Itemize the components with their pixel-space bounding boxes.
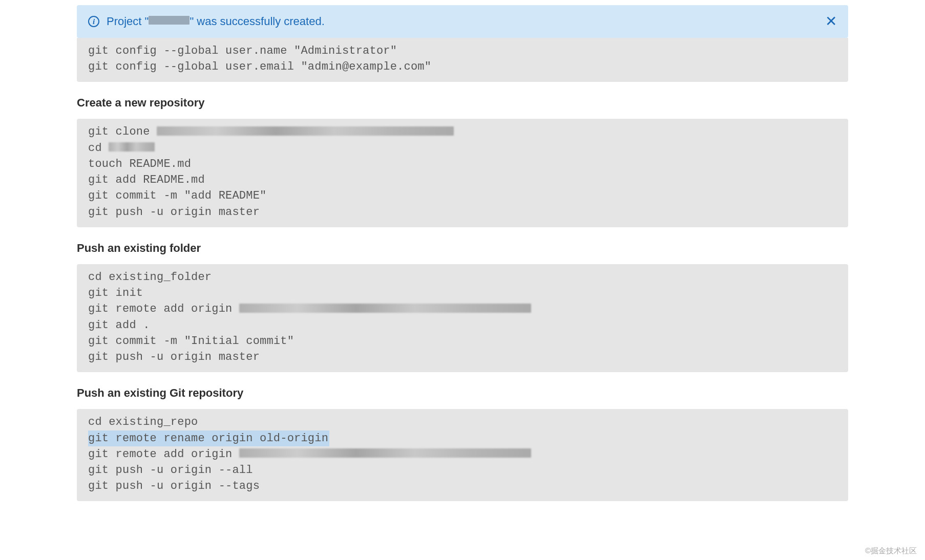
code-line-highlighted: git remote rename origin old-origin (88, 430, 329, 446)
redacted-clone-url (157, 126, 454, 136)
redacted-remote-url (239, 448, 531, 458)
code-line: cd (88, 140, 837, 156)
success-alert: i Project " " was successfully created. … (77, 5, 848, 38)
push-folder-code: cd existing_folder git init git remote a… (77, 264, 848, 372)
code-line: git push -u origin --tags (88, 478, 837, 494)
create-repo-heading: Create a new repository (77, 96, 848, 110)
code-line: git config --global user.name "Administr… (88, 43, 837, 59)
code-line: git add . (88, 317, 837, 333)
code-line: git init (88, 285, 837, 301)
redacted-dir-name (109, 142, 155, 152)
code-line: cd existing_folder (88, 269, 837, 285)
code-line: git config --global user.email "admin@ex… (88, 59, 837, 75)
code-line: touch README.md (88, 156, 837, 172)
create-repo-code: git clone cd touch README.md git add REA… (77, 119, 848, 227)
code-line: git remote add origin (88, 446, 837, 462)
code-line: cd existing_repo (88, 414, 837, 430)
code-line: git remote add origin (88, 301, 837, 317)
close-icon[interactable]: ✕ (825, 14, 837, 29)
code-line: git add README.md (88, 172, 837, 188)
redacted-project-name (149, 16, 190, 25)
code-line: git push -u origin master (88, 204, 837, 220)
code-line: git commit -m "add README" (88, 188, 837, 204)
push-folder-heading: Push an existing folder (77, 242, 848, 255)
push-repo-heading: Push an existing Git repository (77, 386, 848, 400)
push-repo-code: cd existing_repo git remote rename origi… (77, 409, 848, 501)
info-icon: i (88, 16, 99, 27)
code-line: git commit -m "Initial commit" (88, 333, 837, 349)
code-line: git clone (88, 124, 837, 140)
code-line: git push -u origin master (88, 349, 837, 365)
alert-message: Project " " was successfully created. (107, 15, 325, 28)
git-global-setup-code: git config --global user.name "Administr… (77, 38, 848, 82)
redacted-remote-url (239, 304, 531, 313)
code-line: git push -u origin --all (88, 462, 837, 478)
